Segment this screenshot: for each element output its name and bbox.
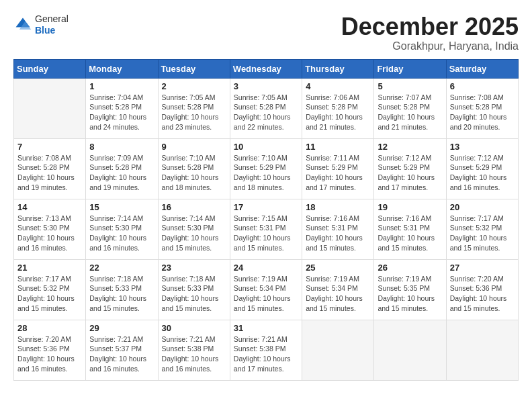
calendar-cell: 28Sunrise: 7:20 AMSunset: 5:36 PMDayligh… (14, 320, 86, 380)
logo-icon (13, 15, 32, 34)
week-row-3: 14Sunrise: 7:13 AMSunset: 5:30 PMDayligh… (14, 199, 519, 259)
day-number: 21 (17, 263, 82, 273)
day-number: 10 (234, 142, 298, 152)
calendar-cell (374, 320, 446, 380)
day-number: 28 (17, 323, 82, 333)
calendar-cell: 22Sunrise: 7:18 AMSunset: 5:33 PMDayligh… (86, 259, 158, 320)
day-number: 27 (450, 263, 515, 273)
calendar-cell (14, 78, 86, 138)
calendar-cell: 27Sunrise: 7:20 AMSunset: 5:36 PMDayligh… (446, 259, 518, 320)
weekday-header-thursday: Thursday (302, 59, 374, 78)
weekday-header-sunday: Sunday (14, 59, 86, 78)
calendar-cell: 1Sunrise: 7:04 AMSunset: 5:28 PMDaylight… (86, 78, 158, 138)
weekday-header-monday: Monday (86, 59, 158, 78)
day-number: 22 (89, 263, 154, 273)
calendar-cell: 30Sunrise: 7:21 AMSunset: 5:38 PMDayligh… (158, 320, 230, 380)
day-info: Sunrise: 7:21 AMSunset: 5:38 PMDaylight:… (234, 334, 298, 374)
day-number: 9 (162, 142, 226, 152)
day-info: Sunrise: 7:21 AMSunset: 5:37 PMDaylight:… (89, 334, 154, 374)
calendar-cell: 4Sunrise: 7:06 AMSunset: 5:28 PMDaylight… (302, 78, 374, 138)
day-number: 1 (89, 81, 154, 91)
day-info: Sunrise: 7:19 AMSunset: 5:35 PMDaylight:… (378, 274, 442, 314)
calendar-cell: 7Sunrise: 7:08 AMSunset: 5:28 PMDaylight… (14, 138, 86, 199)
day-info: Sunrise: 7:19 AMSunset: 5:34 PMDaylight:… (306, 274, 370, 314)
week-row-2: 7Sunrise: 7:08 AMSunset: 5:28 PMDaylight… (14, 138, 519, 199)
day-number: 26 (378, 263, 442, 273)
calendar-cell: 15Sunrise: 7:14 AMSunset: 5:30 PMDayligh… (86, 199, 158, 259)
day-info: Sunrise: 7:10 AMSunset: 5:28 PMDaylight:… (162, 153, 226, 193)
day-number: 7 (17, 142, 82, 152)
week-row-4: 21Sunrise: 7:17 AMSunset: 5:32 PMDayligh… (14, 259, 519, 320)
day-number: 14 (17, 202, 82, 212)
day-info: Sunrise: 7:16 AMSunset: 5:31 PMDaylight:… (378, 214, 442, 253)
day-info: Sunrise: 7:17 AMSunset: 5:32 PMDaylight:… (17, 274, 82, 314)
calendar-cell: 8Sunrise: 7:09 AMSunset: 5:28 PMDaylight… (86, 138, 158, 199)
day-info: Sunrise: 7:13 AMSunset: 5:30 PMDaylight:… (17, 214, 82, 253)
day-info: Sunrise: 7:21 AMSunset: 5:38 PMDaylight:… (162, 334, 226, 374)
day-info: Sunrise: 7:16 AMSunset: 5:31 PMDaylight:… (306, 214, 370, 253)
day-number: 17 (234, 202, 298, 212)
calendar-table: SundayMondayTuesdayWednesdayThursdayFrid… (13, 59, 519, 381)
day-number: 18 (306, 202, 370, 212)
calendar-cell: 9Sunrise: 7:10 AMSunset: 5:28 PMDaylight… (158, 138, 230, 199)
day-number: 30 (162, 323, 226, 333)
day-number: 4 (306, 81, 370, 91)
calendar-cell: 23Sunrise: 7:18 AMSunset: 5:33 PMDayligh… (158, 259, 230, 320)
day-info: Sunrise: 7:06 AMSunset: 5:28 PMDaylight:… (306, 93, 370, 132)
day-number: 23 (162, 263, 226, 273)
day-info: Sunrise: 7:05 AMSunset: 5:28 PMDaylight:… (162, 93, 226, 132)
day-number: 15 (89, 202, 154, 212)
week-row-5: 28Sunrise: 7:20 AMSunset: 5:36 PMDayligh… (14, 320, 519, 380)
day-number: 8 (89, 142, 154, 152)
weekday-header-saturday: Saturday (446, 59, 518, 78)
day-info: Sunrise: 7:12 AMSunset: 5:29 PMDaylight:… (450, 153, 515, 193)
day-info: Sunrise: 7:18 AMSunset: 5:33 PMDaylight:… (89, 274, 154, 314)
day-info: Sunrise: 7:12 AMSunset: 5:29 PMDaylight:… (378, 153, 442, 193)
calendar-cell: 18Sunrise: 7:16 AMSunset: 5:31 PMDayligh… (302, 199, 374, 259)
day-info: Sunrise: 7:08 AMSunset: 5:28 PMDaylight:… (17, 153, 82, 193)
day-info: Sunrise: 7:04 AMSunset: 5:28 PMDaylight:… (89, 93, 154, 132)
title-section: December 2025 Gorakhpur, Haryana, India (341, 13, 519, 52)
day-info: Sunrise: 7:20 AMSunset: 5:36 PMDaylight:… (450, 274, 515, 314)
calendar-cell: 14Sunrise: 7:13 AMSunset: 5:30 PMDayligh… (14, 199, 86, 259)
day-info: Sunrise: 7:11 AMSunset: 5:29 PMDaylight:… (306, 153, 370, 193)
day-info: Sunrise: 7:07 AMSunset: 5:28 PMDaylight:… (378, 93, 442, 132)
calendar-cell: 6Sunrise: 7:08 AMSunset: 5:28 PMDaylight… (446, 78, 518, 138)
calendar-cell: 10Sunrise: 7:10 AMSunset: 5:29 PMDayligh… (230, 138, 302, 199)
day-info: Sunrise: 7:10 AMSunset: 5:29 PMDaylight:… (234, 153, 298, 193)
calendar-cell: 29Sunrise: 7:21 AMSunset: 5:37 PMDayligh… (86, 320, 158, 380)
weekday-header-friday: Friday (374, 59, 446, 78)
calendar-cell: 25Sunrise: 7:19 AMSunset: 5:34 PMDayligh… (302, 259, 374, 320)
day-info: Sunrise: 7:09 AMSunset: 5:28 PMDaylight:… (89, 153, 154, 193)
calendar-cell: 3Sunrise: 7:05 AMSunset: 5:28 PMDaylight… (230, 78, 302, 138)
logo-general: General (35, 13, 69, 25)
day-info: Sunrise: 7:14 AMSunset: 5:30 PMDaylight:… (89, 214, 154, 253)
day-number: 2 (162, 81, 226, 91)
day-info: Sunrise: 7:05 AMSunset: 5:28 PMDaylight:… (234, 93, 298, 132)
page-header: General Blue December 2025 Gorakhpur, Ha… (13, 13, 519, 52)
month-year-title: December 2025 (341, 13, 519, 40)
calendar-cell: 13Sunrise: 7:12 AMSunset: 5:29 PMDayligh… (446, 138, 518, 199)
logo-blue: Blue (35, 25, 69, 36)
weekday-header-tuesday: Tuesday (158, 59, 230, 78)
day-number: 6 (450, 81, 515, 91)
calendar-cell (446, 320, 518, 380)
calendar-cell: 20Sunrise: 7:17 AMSunset: 5:32 PMDayligh… (446, 199, 518, 259)
day-info: Sunrise: 7:20 AMSunset: 5:36 PMDaylight:… (17, 334, 82, 374)
day-number: 12 (378, 142, 442, 152)
week-row-1: 1Sunrise: 7:04 AMSunset: 5:28 PMDaylight… (14, 78, 519, 138)
weekday-header-wednesday: Wednesday (230, 59, 302, 78)
day-info: Sunrise: 7:17 AMSunset: 5:32 PMDaylight:… (450, 214, 515, 253)
logo-text: General Blue (35, 13, 69, 36)
calendar-cell: 11Sunrise: 7:11 AMSunset: 5:29 PMDayligh… (302, 138, 374, 199)
day-number: 16 (162, 202, 226, 212)
calendar-cell: 19Sunrise: 7:16 AMSunset: 5:31 PMDayligh… (374, 199, 446, 259)
calendar-cell: 21Sunrise: 7:17 AMSunset: 5:32 PMDayligh… (14, 259, 86, 320)
location-subtitle: Gorakhpur, Haryana, India (341, 40, 519, 52)
calendar-cell: 5Sunrise: 7:07 AMSunset: 5:28 PMDaylight… (374, 78, 446, 138)
day-number: 29 (89, 323, 154, 333)
day-number: 19 (378, 202, 442, 212)
calendar-cell: 17Sunrise: 7:15 AMSunset: 5:31 PMDayligh… (230, 199, 302, 259)
day-number: 20 (450, 202, 515, 212)
calendar-cell: 12Sunrise: 7:12 AMSunset: 5:29 PMDayligh… (374, 138, 446, 199)
